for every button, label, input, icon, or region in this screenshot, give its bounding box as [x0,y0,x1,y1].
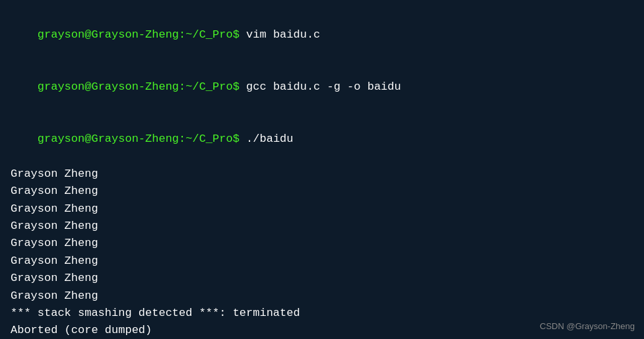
terminal-line: grayson@Grayson-Zheng:~/C_Pro$ gcc baidu… [11,61,633,113]
output-line: Grayson Zheng [11,235,633,252]
output-line: Grayson Zheng [11,270,633,287]
output-line: Grayson Zheng [11,253,633,270]
terminal-line: grayson@Grayson-Zheng:~/C_Pro$ ./baidu [11,113,633,166]
prompt-user: grayson@Grayson-Zheng:~/C_Pro$ [38,28,240,41]
prompt-command: vim baidu.c [240,28,320,41]
error-line-stack-smash: *** stack smashing detected ***: termina… [11,305,633,322]
prompt-command: gcc baidu.c -g -o baidu [240,80,401,93]
output-line: Grayson Zheng [11,288,633,305]
output-line: Grayson Zheng [11,183,633,200]
watermark: CSDN @Grayson-Zheng [540,321,635,331]
terminal-window: grayson@Grayson-Zheng:~/C_Pro$ vim baidu… [0,0,644,339]
prompt-user: grayson@Grayson-Zheng:~/C_Pro$ [38,80,240,93]
prompt-user: grayson@Grayson-Zheng:~/C_Pro$ [38,133,240,145]
terminal-line: grayson@Grayson-Zheng:~/C_Pro$ vim baidu… [11,9,633,61]
prompt-command: ./baidu [240,133,294,145]
output-line: Grayson Zheng [11,200,633,218]
output-line: Grayson Zheng [11,166,633,183]
output-line: Grayson Zheng [11,218,633,235]
